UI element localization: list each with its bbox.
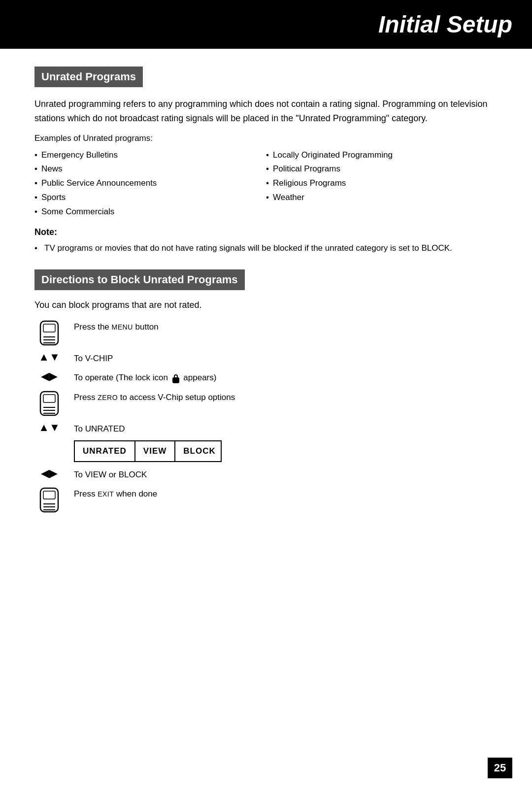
unrated-description: Unrated programming refers to any progra… [34,97,498,126]
instruction-press-zero: Press Zero to access V-Chip setup option… [34,390,498,416]
list-item: Political Programs [266,162,498,176]
leftright-icon-cell: ◀▶ [34,370,64,382]
remote-icon-2 [38,391,60,416]
examples-label: Examples of Unrated programs: [34,133,498,143]
instruction-press-exit: Press Exit when done [34,486,498,513]
list-item: Some Commercials [34,205,266,219]
svg-rect-5 [173,378,179,383]
svg-rect-1 [43,324,55,332]
list-item: News [34,162,266,176]
examples-list: Emergency Bulletins News Public Service … [34,148,498,219]
directions-heading: Directions to Block Unrated Programs [34,269,245,290]
directions-intro: You can block programs that are not rate… [34,300,498,310]
unrated-programs-section: Unrated Programs Unrated programming ref… [34,66,498,255]
instruction-text-view-block: To VIEW or BLOCK [74,467,147,481]
unrated-programs-heading: Unrated Programs [34,66,143,87]
leftright-icon-cell-2: ◀▶ [34,467,64,479]
note-label: Note: [34,227,498,237]
list-item: Religious Programs [266,176,498,191]
svg-rect-12 [43,491,55,499]
updown-icon-cell-2: ▲▼ [34,421,64,433]
remote-icon-3 [38,487,60,513]
instruction-vchip: ▲▼ To V-CHIP [34,351,498,365]
leftright-arrow-icon-2: ◀▶ [41,468,58,479]
menu-item-view: VIEW [135,441,175,461]
list-left: Emergency Bulletins News Public Service … [34,148,266,219]
page-title: Initial Setup [378,11,512,38]
list-item: Sports [34,191,266,205]
instruction-unrated: ▲▼ To UNRATED [34,421,498,435]
lock-icon [172,373,180,383]
directions-section: Directions to Block Unrated Programs You… [34,269,498,513]
list-item: Emergency Bulletins [34,148,266,163]
header-bar: Initial Setup [0,0,532,49]
remote-icon [38,320,60,346]
updown-icon-cell: ▲▼ [34,351,64,363]
instruction-view-block: ◀▶ To VIEW or BLOCK [34,467,498,481]
list-right: Locally Originated Programming Political… [266,148,498,219]
menu-table: UNRATED VIEW BLOCK [74,440,222,462]
list-item: Public Service Announcements [34,176,266,191]
list-item: Locally Originated Programming [266,148,498,163]
menu-item-unrated: UNRATED [75,441,135,461]
instruction-press-menu: Press the Menu button [34,319,498,346]
note-section: Note: TV programs or movies that do not … [34,227,498,255]
instruction-text-operate: To operate (The lock icon appears) [74,370,216,384]
svg-rect-7 [43,395,55,402]
main-content: Unrated Programs Unrated programming ref… [0,49,532,537]
updown-arrow-icon-2: ▲▼ [38,422,60,433]
page-number: 25 [488,758,512,778]
note-text: TV programs or movies that do not have r… [34,241,498,255]
leftright-arrow-icon: ◀▶ [41,371,58,382]
remote-icon-cell [34,319,64,346]
menu-item-block: BLOCK [175,441,223,461]
instruction-text-vchip: To V-CHIP [74,351,113,365]
instruction-text-exit: Press Exit when done [74,486,157,500]
updown-arrow-icon: ▲▼ [38,352,60,363]
instruction-text-zero: Press Zero to access V-Chip setup option… [74,390,235,404]
instruction-text-unrated: To UNRATED [74,421,125,435]
menu-table-row: UNRATED VIEW BLOCK [75,441,221,461]
instruction-text-menu: Press the Menu button [74,319,159,333]
instruction-operate: ◀▶ To operate (The lock icon appears) [34,370,498,384]
remote-icon-cell-2 [34,390,64,416]
list-item: Weather [266,191,498,205]
remote-icon-cell-3 [34,486,64,513]
